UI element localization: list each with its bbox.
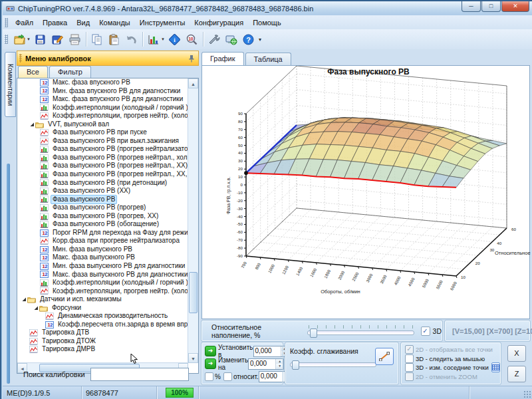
- save-as-button[interactable]: [49, 31, 66, 47]
- slider-thumb[interactable]: [292, 360, 299, 370]
- interpolate-button[interactable]: [375, 348, 394, 365]
- checkbox-relative[interactable]: [223, 372, 232, 381]
- status-file-id: 96878477: [82, 386, 157, 399]
- comments-panel-tab[interactable]: Комментарии: [5, 52, 16, 117]
- svg-text:1000: 1000: [267, 263, 275, 274]
- maximize-button[interactable]: □: [481, 1, 501, 12]
- apply-change-button[interactable]: ➜: [205, 358, 216, 369]
- option-checkbox[interactable]: [405, 354, 414, 363]
- online-button[interactable]: [223, 31, 240, 47]
- axis-x-button[interactable]: X: [507, 345, 526, 362]
- splitter[interactable]: [7, 164, 10, 384]
- chart-area: 9080706050403020100-10-20-30-40-50-60-70…: [201, 65, 530, 319]
- curve-icon: [40, 129, 49, 136]
- change-value-spinner[interactable]: 0,000 ▲▼: [248, 358, 284, 370]
- svg-text:Фаза выпускного РВ: Фаза выпускного РВ: [327, 67, 410, 76]
- svg-text:0: 0: [241, 182, 243, 187]
- slider-track[interactable]: [290, 362, 376, 367]
- tools-button[interactable]: [205, 31, 223, 47]
- option-checkbox[interactable]: [405, 363, 414, 372]
- scroll-down-icon[interactable]: ▼: [188, 353, 198, 363]
- paste-button[interactable]: [106, 31, 123, 47]
- tree-vscroll-thumb[interactable]: [189, 272, 198, 313]
- search-input[interactable]: [90, 368, 189, 381]
- title-bar[interactable]: ChipTuningPRO ver.7.4.8.969 - Antara32L_…: [3, 1, 532, 15]
- expand-icon[interactable]: [33, 305, 39, 311]
- app-icon: [5, 3, 15, 13]
- online-icon: [225, 33, 237, 46]
- chart-icon: [40, 171, 49, 178]
- info-button[interactable]: i: [166, 31, 184, 47]
- chart-tab-таблица[interactable]: Таблица: [245, 53, 291, 65]
- option-row: 2D - отменить ZOOM: [405, 372, 497, 382]
- svg-text:1400: 1400: [295, 266, 304, 277]
- slider-thumb[interactable]: [310, 329, 317, 338]
- tree-item[interactable]: Фаза выпускного РВ (ХХ): [17, 187, 188, 196]
- expand-icon[interactable]: [21, 297, 27, 302]
- tree-vscrollbar[interactable]: ▲ ▼: [188, 78, 198, 363]
- menu-item-файл[interactable]: Файл: [11, 17, 38, 29]
- toolbar-separator: [203, 32, 203, 47]
- calibration-tab-все[interactable]: Все: [18, 66, 48, 78]
- folder-icon: [35, 121, 44, 128]
- svg-text:40: 40: [238, 150, 243, 155]
- checkbox-percent[interactable]: [205, 372, 213, 381]
- open-file-button[interactable]: [11, 31, 28, 47]
- load-slider[interactable]: [307, 325, 414, 337]
- help-icon: ?: [242, 33, 255, 46]
- calibration-tree: 12Макс. фаза впускного РВ12Мин. фаза впу…: [17, 78, 199, 374]
- copy-button[interactable]: [88, 31, 106, 47]
- resize-grip[interactable]: [523, 390, 531, 398]
- option-row: 3D - изм. соседние точки: [405, 363, 497, 372]
- slider-track[interactable]: [307, 331, 414, 335]
- svg-text:80: 80: [238, 119, 243, 124]
- edit-controls: ➜ Установить в 0,000 ▲▼ ➜ Изменить на 0,…: [201, 342, 530, 384]
- print-button[interactable]: [66, 31, 84, 47]
- undo-button[interactable]: [123, 31, 140, 47]
- checkbox-3d[interactable]: [421, 327, 430, 336]
- menu-bar: ФайлПравкаВидКомандыИнструментыКонфигура…: [3, 15, 532, 30]
- svg-text:90: 90: [238, 111, 243, 116]
- menu-item-конфигурация[interactable]: Конфигурация: [190, 17, 248, 29]
- svg-text:1800: 1800: [323, 269, 332, 279]
- close-button[interactable]: ✕: [501, 1, 529, 12]
- grid-button[interactable]: [491, 362, 500, 372]
- smooth-slider[interactable]: [290, 357, 376, 369]
- scroll-up-icon[interactable]: ▲: [188, 78, 198, 88]
- apply-set-button[interactable]: ➜: [205, 346, 216, 356]
- pin-icon[interactable]: [188, 55, 195, 63]
- chart-view-button[interactable]: [145, 31, 162, 47]
- table-icon: 12: [45, 321, 54, 329]
- svg-text:4500: 4500: [407, 277, 416, 287]
- search-label: Поиск калибровки: [23, 370, 85, 378]
- menu-item-правка[interactable]: Правка: [38, 17, 72, 29]
- open-file-icon: [13, 33, 26, 46]
- expand-icon[interactable]: [29, 122, 35, 127]
- help-button[interactable]: ?: [240, 31, 257, 47]
- slider-ticks: [309, 325, 413, 329]
- table-icon: 12: [40, 87, 49, 94]
- spin-up-icon[interactable]: ▲: [276, 359, 283, 364]
- svg-text:-70: -70: [237, 237, 243, 242]
- surface-chart[interactable]: 9080706050403020100-10-20-30-40-50-60-70…: [202, 66, 531, 317]
- menu-item-инструменты[interactable]: Инструменты: [135, 17, 190, 29]
- chart-view-dropdown-icon[interactable]: ▼: [161, 37, 165, 41]
- tree-item[interactable]: Тарировка ДМРВ: [17, 346, 188, 354]
- axis-z-button[interactable]: Z: [507, 366, 526, 382]
- calibration-tab-фильтр[interactable]: Фильтр: [49, 66, 91, 78]
- set-value-spinner[interactable]: 0,000 ▲▼: [253, 346, 289, 357]
- chart-tab-график[interactable]: График: [201, 52, 244, 66]
- tree-folder[interactable]: Датчики и исп. механизмы: [17, 295, 188, 304]
- percent-label: %: [215, 373, 221, 380]
- dock-strip: Комментарии: [3, 49, 16, 386]
- toolbar-overflow-icon[interactable]: ▾: [259, 37, 261, 43]
- spin-down-icon[interactable]: ▼: [276, 364, 283, 369]
- svg-text:-90: -90: [237, 253, 243, 258]
- zoom-10-button[interactable]: 10: [184, 31, 201, 47]
- open-file-dropdown-icon[interactable]: ▼: [27, 37, 31, 41]
- menu-item-помощь[interactable]: Помощь: [248, 17, 286, 29]
- minimize-button[interactable]: ─: [462, 1, 481, 12]
- save-button[interactable]: [32, 31, 49, 47]
- menu-item-вид[interactable]: Вид: [72, 17, 94, 29]
- menu-item-команды[interactable]: Команды: [94, 17, 135, 29]
